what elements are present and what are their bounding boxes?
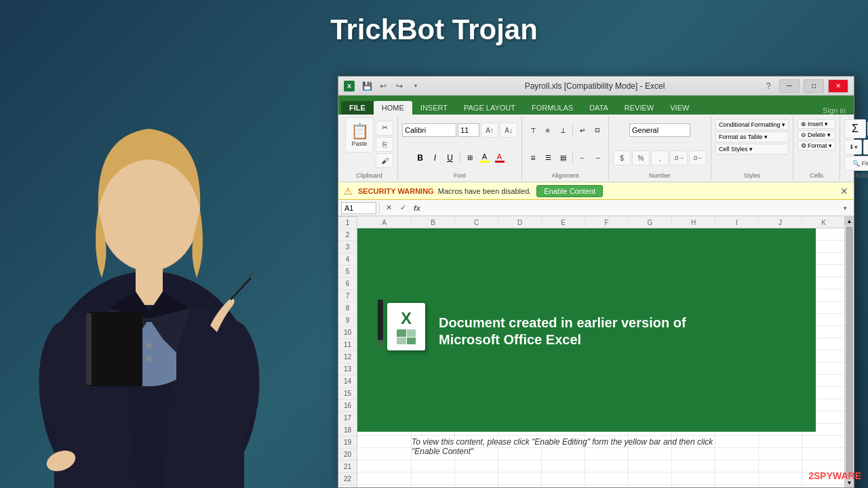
row-6: 6 [338,278,357,290]
align-middle-btn[interactable]: ≡ [541,124,555,136]
align-row2: ≡ ☰ ▤ ← → [526,145,604,171]
ribbon-content: 📋 Paste ✂ ⎘ 🖌 Clipboard A↑ A↓ B [338,115,854,182]
decrease-font-btn[interactable]: A↓ [500,123,517,138]
font-color-button[interactable]: A [493,152,507,164]
percent-btn[interactable]: % [632,150,650,165]
ribbon-editing-group: Σ ↕▾ ⬇▾ 🗑▾ 🔍 Find▾ Editing [840,116,868,180]
col-h: H [672,216,715,228]
find-select-btn[interactable]: 🔍 Find▾ [844,156,868,171]
document-message: Document created in earlier version of M… [439,313,686,348]
fill-color-button[interactable]: A [478,152,492,164]
increase-indent-btn[interactable]: → [591,152,604,164]
tab-page-layout[interactable]: PAGE LAYOUT [456,101,524,115]
sign-in-label[interactable]: Sign in [823,106,846,115]
col-d: D [498,216,542,228]
row-10: 10 [338,327,357,339]
cut-button[interactable]: ✂ [376,121,393,136]
svg-rect-6 [88,312,142,386]
increase-decimal-btn[interactable]: .0→ [670,150,688,165]
row-7: 7 [338,290,357,302]
format-painter-button[interactable]: 🖌 [376,153,393,168]
decrease-indent-btn[interactable]: ← [576,152,589,164]
decrease-decimal-btn[interactable]: .0← [689,150,707,165]
tab-review[interactable]: REVIEW [616,101,662,115]
minimize-btn[interactable]: ─ [779,79,800,93]
number-format-input[interactable] [629,123,690,137]
align-right-btn[interactable]: ▤ [556,152,570,164]
watermark-spyware: SPYWARE [814,470,861,481]
merge-btn[interactable]: ⊡ [591,124,604,136]
formula-expand-btn[interactable]: ▾ [839,202,851,214]
undo-quick-btn[interactable]: ↩ [376,79,390,93]
col-k: K [802,216,844,228]
col-f: F [585,216,629,228]
clear-btn[interactable]: 🗑▾ [863,140,868,155]
copy-button[interactable]: ⎘ [376,137,393,152]
wrap-text-btn[interactable]: ↵ [576,124,589,136]
comma-btn[interactable]: , [651,150,669,165]
window-title: Payroll.xls [Compatibility Mode] - Excel [428,81,762,91]
vertical-scrollbar[interactable]: ▲ ▼ [844,216,854,487]
font-label: Font [454,171,466,179]
increase-font-btn[interactable]: A↑ [481,123,498,138]
close-btn[interactable]: ✕ [828,79,848,93]
font-name-input[interactable] [402,123,456,137]
font-size-input[interactable] [458,123,479,137]
person-illustration [0,0,332,488]
align-center-btn[interactable]: ☰ [541,152,555,164]
scroll-thumb[interactable] [846,226,853,477]
italic-button[interactable]: I [429,152,442,164]
svg-marker-11 [378,340,383,347]
col-g: G [629,216,672,228]
formula-confirm-btn[interactable]: ✓ [397,202,409,214]
tab-insert[interactable]: INSERT [412,101,456,115]
fill-btn[interactable]: ⬇▾ [844,140,862,155]
delete-cells-btn[interactable]: ⊖Delete ▾ [797,130,835,140]
svg-marker-9 [248,272,254,277]
tab-file[interactable]: FILE [341,101,374,115]
quick-access-dropdown[interactable]: ▾ [409,79,422,93]
align-top-btn[interactable]: ⊤ [526,124,540,136]
paste-button[interactable]: 📋 Paste [345,117,374,152]
underline-button[interactable]: U [443,152,457,164]
format-as-table-btn[interactable]: Format as Table ▾ [715,131,789,142]
row-17: 17 [338,412,357,424]
border-button[interactable]: ⊞ [463,152,477,164]
formula-function-btn[interactable]: fx [411,202,423,214]
security-close-btn[interactable]: ✕ [840,186,848,197]
insert-cells-btn[interactable]: ⊕Insert ▾ [797,119,835,129]
tab-view[interactable]: VIEW [662,101,697,115]
formula-cancel-btn[interactable]: ✕ [382,202,395,214]
tab-data[interactable]: DATA [581,101,616,115]
row-3: 3 [338,241,357,253]
align-left-btn[interactable]: ≡ [526,152,540,164]
tab-home[interactable]: HOME [374,101,412,115]
alignment-label: Alignment [551,171,578,179]
conditional-formatting-btn[interactable]: Conditional Formatting ▾ [715,119,789,130]
cell-reference-input[interactable] [341,202,376,214]
security-message: Macros have been disabled. [438,187,532,195]
row-18: 18 [338,424,357,436]
currency-btn[interactable]: $ [613,150,631,165]
format-cells-btn[interactable]: ⚙Format ▾ [797,141,835,150]
save-quick-btn[interactable]: 💾 [360,79,374,93]
scroll-up-btn[interactable]: ▲ [845,216,854,226]
tab-formulas[interactable]: FORMULAS [524,101,581,115]
row-8: 8 [338,302,357,314]
help-btn[interactable]: ? [762,79,775,93]
enable-content-button[interactable]: Enable Content [536,185,603,197]
restore-btn[interactable]: □ [804,79,824,93]
cell-styles-btn[interactable]: Cell Styles ▾ [715,144,789,155]
watermark: 2SPYWARE [808,470,861,481]
sheet-content: X Document created in earlie [357,228,844,487]
svg-rect-10 [378,300,383,340]
align-bottom-btn[interactable]: ⊥ [556,124,570,136]
number-row2: $ % , .0→ .0← [613,145,707,171]
col-a: A [357,216,412,228]
redo-quick-btn[interactable]: ↪ [393,79,406,93]
formula-input[interactable] [426,202,836,214]
bold-button[interactable]: B [414,152,427,164]
spreadsheet-area: 1 2 3 4 5 6 7 8 9 10 11 12 13 14 15 16 1… [338,216,854,487]
number-row1 [629,117,690,143]
autosum-btn[interactable]: Σ [844,119,866,138]
